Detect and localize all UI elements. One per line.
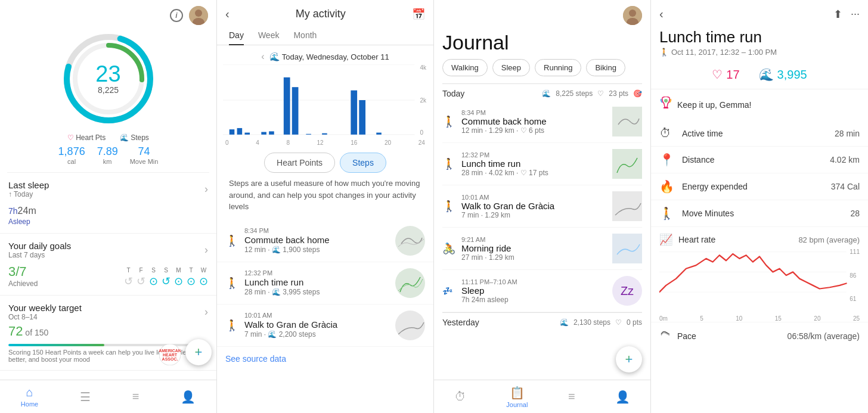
- hero-stats: ♡ 17 🌊 3,995: [651, 63, 868, 89]
- weekly-target-card[interactable]: Your weekly target Oct 8–14 › 72 of 150 …: [0, 296, 216, 371]
- back-button-run[interactable]: ‹: [659, 7, 664, 21]
- metric-energy: 🔥 Energy expended 374 Cal: [651, 173, 868, 200]
- journal-nav-browse[interactable]: ≡: [568, 390, 575, 403]
- steps-icon-hero: 🌊: [759, 67, 774, 82]
- tag-sleep[interactable]: Sleep: [492, 59, 530, 76]
- nav-profile[interactable]: 👤: [181, 390, 196, 404]
- daily-goals-card[interactable]: Your daily goals Last 7 days › 3/7 Achie…: [0, 234, 216, 296]
- steps-icon: 🌊: [120, 133, 129, 142]
- walk-icon-2: 🚶: [225, 277, 238, 290]
- journal-nav-timer[interactable]: ⏱: [454, 390, 466, 403]
- last-sleep-card[interactable]: Last sleep ↑ Today › 7h24m Asleep: [0, 173, 216, 234]
- move-minutes-icon: 🚶: [659, 206, 676, 221]
- day-M: M⊙: [174, 267, 183, 288]
- activity-chart: 4k 2k 0 0 4 8 12 16: [217, 64, 433, 148]
- add-activity-fab[interactable]: +: [185, 339, 212, 365]
- tag-biking[interactable]: Biking: [586, 59, 625, 76]
- back-button[interactable]: ‹: [225, 7, 230, 21]
- journal-add-fab[interactable]: +: [616, 346, 642, 372]
- today-section: Today 🌊 8,225 steps ♡ 23 pts 🎯 🚶 8:34 PM…: [434, 83, 650, 312]
- hero-hearts: ♡ 17: [712, 67, 739, 82]
- walk-icon-j1: 🚶: [442, 115, 455, 128]
- daily-goals-sub: Last 7 days: [8, 251, 71, 259]
- walk-icon-j3: 🚶: [442, 200, 455, 213]
- nav-home[interactable]: ⌂ Home: [21, 386, 38, 408]
- tab-week[interactable]: Week: [258, 26, 280, 45]
- tag-running[interactable]: Running: [535, 59, 581, 76]
- steps-text: Steps: [131, 133, 149, 142]
- journal-item[interactable]: 🚶 8:34 PM Commute back home 12 min · 1.2…: [442, 101, 642, 143]
- activity-item[interactable]: 🚶 12:32 PM Lunch time run 28 min · 🌊 3,9…: [217, 262, 433, 305]
- panel-activity: ‹ My activity 📅 Day Week Month ‹ 🌊 Today…: [217, 0, 434, 413]
- filter-tags: Walking Sleep Running Biking: [434, 59, 650, 83]
- svg-rect-14: [230, 129, 235, 135]
- activity-item[interactable]: 🚶 10:01 AM Walk to Gran de Gràcia 7 min …: [217, 305, 433, 347]
- calendar-icon[interactable]: 📅: [412, 8, 425, 21]
- km-metric: 7.89 km: [97, 145, 118, 165]
- active-time-label: Active time: [682, 129, 829, 138]
- metrics-labels: ♡ Heart Pts 🌊 Steps: [0, 131, 216, 142]
- ring-number: 23: [95, 63, 120, 85]
- activity-map: [395, 226, 425, 256]
- yesterday-label: Yesterday: [442, 318, 479, 327]
- journal-avatar[interactable]: [623, 6, 642, 25]
- pace-row: Pace 06:58/km (average): [651, 322, 868, 349]
- journal-nav-journal[interactable]: 📋 Journal: [506, 386, 528, 408]
- heart-rate-chart: 111 86 61: [651, 249, 868, 314]
- svg-rect-22: [322, 133, 327, 135]
- ring-center: 23 8,225: [95, 63, 120, 95]
- journal-item-sleep[interactable]: 💤 11:11 PM–7:10 AM Sleep 7h 24m asleep Z…: [442, 270, 642, 312]
- prev-day-button[interactable]: ‹: [261, 51, 264, 62]
- share-icon[interactable]: ⬆: [833, 8, 842, 21]
- weekly-target-header: Your weekly target Oct 8–14 ›: [8, 303, 208, 321]
- activity-details-3: 7 min · 🌊 2,200 steps: [244, 330, 389, 339]
- nav-browse[interactable]: ≡: [132, 390, 140, 403]
- activity-item[interactable]: 🚶 8:34 PM Commute back home 12 min · 🌊 1…: [217, 220, 433, 262]
- activity-name-3: Walk to Gran de Gràcia: [244, 319, 389, 330]
- metric-distance: 📍 Distance 4.02 km: [651, 147, 868, 173]
- journal-time-1: 8:34 PM: [461, 109, 606, 116]
- weekly-target-range: Oct 8–14: [8, 313, 82, 321]
- today-heart-icon: ♡: [597, 89, 604, 98]
- trophy-icon: [659, 97, 672, 113]
- walk-icon-j2: 🚶: [442, 157, 455, 170]
- journal-info-5: 11:11 PM–7:10 AM Sleep 7h 24m asleep: [461, 278, 606, 304]
- home-icon: ⌂: [26, 386, 33, 399]
- nav-journal[interactable]: ☰: [80, 390, 91, 404]
- avatar[interactable]: [189, 6, 208, 25]
- more-options-icon[interactable]: ···: [851, 8, 860, 20]
- chevron-right-icon: ›: [204, 183, 208, 195]
- steps-toggle[interactable]: Steps: [340, 153, 386, 173]
- journal-map-4: [612, 234, 642, 263]
- encouragement-row: Keep it up, Gemma!: [651, 89, 868, 120]
- profile-icon: 👤: [181, 390, 196, 404]
- heart-points-toggle[interactable]: Heart Points: [264, 153, 335, 173]
- pace-label: Pace: [677, 331, 782, 341]
- info-icon[interactable]: i: [170, 9, 183, 22]
- journal-item[interactable]: 🚶 10:01 AM Walk to Gran de Gràcia 7 min …: [442, 185, 642, 228]
- svg-point-36: [664, 99, 668, 103]
- journal-map-2: [612, 149, 642, 179]
- sleep-hours: 7h: [8, 206, 18, 216]
- activity-header: ‹ My activity 📅: [217, 0, 433, 21]
- journal-time-3: 10:01 AM: [461, 194, 606, 201]
- chevron-right-icon-weekly: ›: [204, 306, 208, 318]
- cal-unit: cal: [67, 158, 76, 165]
- tab-day[interactable]: Day: [229, 26, 244, 45]
- journal-item[interactable]: 🚴 9:21 AM Morning ride 27 min · 1.29 km: [442, 228, 642, 270]
- tab-month[interactable]: Month: [293, 26, 317, 45]
- daily-goals-achieved: Achieved: [8, 280, 38, 288]
- run-header: ‹ ⬆ ···: [651, 0, 868, 28]
- bike-icon-j4: 🚴: [442, 242, 455, 255]
- journal-nav-profile[interactable]: 👤: [615, 390, 630, 404]
- tag-walking[interactable]: Walking: [442, 59, 488, 76]
- svg-text:HEART: HEART: [163, 353, 178, 357]
- hr-chart-svg: [659, 249, 860, 302]
- steps-label: 🌊 Steps: [120, 133, 149, 142]
- activity-tabs: Day Week Month: [217, 26, 433, 45]
- journal-name-4: Morning ride: [461, 243, 606, 253]
- timer-icon: ⏱: [454, 390, 466, 403]
- journal-item[interactable]: 🚶 12:32 PM Lunch time run 28 min · 4.02 …: [442, 143, 642, 185]
- chart-y-labels: 4k 2k 0: [420, 64, 426, 136]
- see-source-link[interactable]: See source data: [217, 347, 433, 371]
